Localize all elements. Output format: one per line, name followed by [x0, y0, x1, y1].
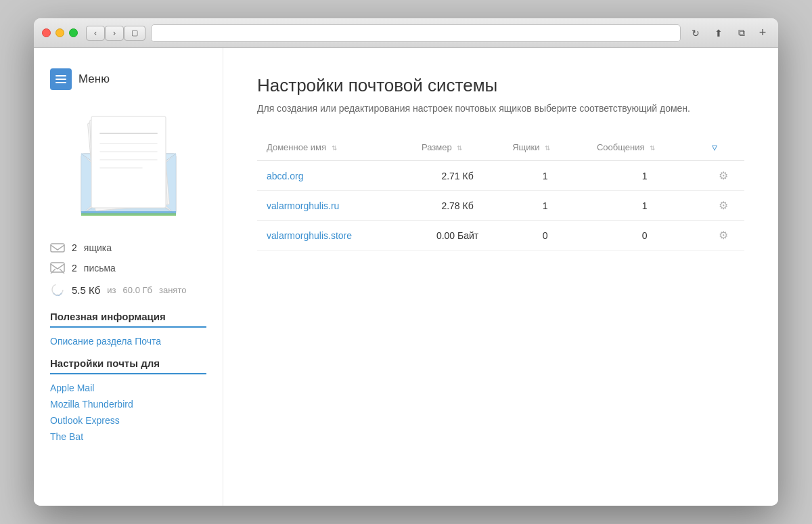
svg-rect-16 [51, 263, 64, 272]
mail-section-description-link[interactable]: Описание раздела Почта [50, 336, 206, 347]
mailboxes-label: ящика [84, 242, 112, 253]
domain-cell-2: valarmorghulis.ru [257, 191, 412, 221]
menu-label: Меню [78, 72, 110, 86]
messages-cell-2: 1 [587, 191, 702, 221]
back-button[interactable]: ‹ [86, 26, 105, 41]
storage-of: из [107, 285, 116, 295]
storage-stat: 5.5 Кб из 60.0 Гб занято [50, 282, 206, 297]
titlebar: ‹ › ▢ ↻ ⬆ ⧉ + [34, 18, 778, 48]
content-area: Меню [34, 48, 778, 506]
svg-rect-15 [51, 244, 64, 252]
storage-used: 5.5 Кб [72, 284, 100, 296]
letters-label: письма [84, 263, 116, 274]
forward-button[interactable]: › [105, 26, 124, 41]
minimize-button[interactable] [55, 28, 64, 37]
letters-count: 2 [72, 263, 77, 274]
gear-icon-3[interactable]: ⚙ [719, 230, 728, 241]
filter-icon: ▿ [712, 141, 717, 153]
gear-icon-2[interactable]: ⚙ [719, 200, 728, 211]
letter-icon [50, 262, 65, 274]
mail-settings-divider [50, 373, 206, 374]
settings-cell-3: ⚙ [702, 221, 744, 250]
page-title: Настройки почтовой системы [257, 75, 744, 96]
main-content: Настройки почтовой системы Для создания … [223, 48, 778, 506]
useful-info-title: Полезная информация [50, 311, 206, 322]
storage-total: 60.0 Гб [123, 285, 152, 295]
outlook-express-link[interactable]: Outlook Express [50, 415, 206, 426]
close-button[interactable] [42, 28, 51, 37]
messages-cell-3: 0 [587, 221, 702, 250]
reload-button[interactable]: ↻ [686, 26, 705, 41]
size-cell-3: 0.00 Байт [412, 221, 503, 250]
size-cell-2: 2.78 Кб [412, 191, 503, 221]
th-messages[interactable]: Сообщения ⇅ [587, 134, 702, 161]
th-filter[interactable]: ▿ [702, 134, 744, 161]
hamburger-icon [55, 75, 66, 83]
settings-cell-1: ⚙ [702, 161, 744, 191]
th-mailboxes[interactable]: Ящики ⇅ [503, 134, 587, 161]
useful-info-divider [50, 326, 206, 328]
tabs-button[interactable]: ⧉ [732, 26, 751, 41]
mailboxes-cell-3: 0 [503, 221, 587, 250]
mozilla-thunderbird-link[interactable]: Mozilla Thunderbird [50, 399, 206, 410]
page-subtitle: Для создания или редактирования настроек… [257, 103, 744, 114]
domain-sort-icon: ⇅ [332, 144, 337, 152]
table-header-row: Доменное имя ⇅ Размер ⇅ Ящики ⇅ Сообщени… [257, 134, 744, 161]
toolbar-right: ↻ ⬆ ⧉ + [686, 26, 770, 41]
mailboxes-sort-icon: ⇅ [545, 144, 550, 152]
domain-cell-3: valarmorghulis.store [257, 221, 412, 250]
mailboxes-cell-1: 1 [503, 161, 587, 191]
the-bat-link[interactable]: The Bat [50, 431, 206, 442]
new-tab-button[interactable]: + [755, 26, 770, 41]
apple-mail-link[interactable]: Apple Mail [50, 383, 206, 393]
maximize-button[interactable] [69, 28, 78, 37]
th-size[interactable]: Размер ⇅ [412, 134, 503, 161]
svg-rect-14 [81, 213, 176, 216]
th-domain[interactable]: Доменное имя ⇅ [257, 134, 412, 161]
view-button[interactable]: ▢ [124, 26, 145, 41]
gear-icon-1[interactable]: ⚙ [719, 170, 728, 181]
stats-area: 2 ящика 2 письма [50, 242, 206, 297]
mail-clients-section: Настройки почты для Apple Mail Mozilla T… [50, 357, 206, 442]
table-row: valarmorghulis.ru 2.78 Кб 1 1 ⚙ [257, 191, 744, 221]
mailboxes-count: 2 [72, 242, 77, 253]
share-button[interactable]: ⬆ [709, 26, 728, 41]
mailbox-icon [50, 242, 65, 254]
domain-link-3[interactable]: valarmorghulis.store [267, 230, 352, 241]
domains-table: Доменное имя ⇅ Размер ⇅ Ящики ⇅ Сообщени… [257, 134, 744, 250]
settings-cell-2: ⚙ [702, 191, 744, 221]
table-row: abcd.org 2.71 Кб 1 1 ⚙ [257, 161, 744, 191]
mail-illustration [61, 106, 196, 228]
browser-window: ‹ › ▢ ↻ ⬆ ⧉ + Меню [34, 18, 778, 506]
domain-link-1[interactable]: abcd.org [267, 171, 303, 181]
traffic-lights [42, 28, 78, 37]
letters-stat: 2 письма [50, 262, 206, 274]
svg-rect-7 [91, 116, 166, 208]
menu-icon[interactable] [50, 68, 72, 90]
svg-point-18 [52, 284, 63, 295]
storage-suffix: занято [159, 285, 186, 295]
table-row: valarmorghulis.store 0.00 Байт 0 0 ⚙ [257, 221, 744, 250]
messages-sort-icon: ⇅ [650, 144, 655, 152]
size-cell-1: 2.71 Кб [412, 161, 503, 191]
sidebar: Меню [34, 48, 223, 506]
mailboxes-stat: 2 ящика [50, 242, 206, 254]
storage-icon [50, 282, 65, 297]
domain-link-2[interactable]: valarmorghulis.ru [267, 200, 339, 211]
mail-settings-title: Настройки почты для [50, 357, 206, 369]
messages-cell-1: 1 [587, 161, 702, 191]
domain-cell-1: abcd.org [257, 161, 412, 191]
address-bar[interactable] [151, 24, 681, 42]
mailboxes-cell-2: 1 [503, 191, 587, 221]
menu-header: Меню [50, 68, 206, 90]
size-sort-icon: ⇅ [457, 144, 462, 152]
